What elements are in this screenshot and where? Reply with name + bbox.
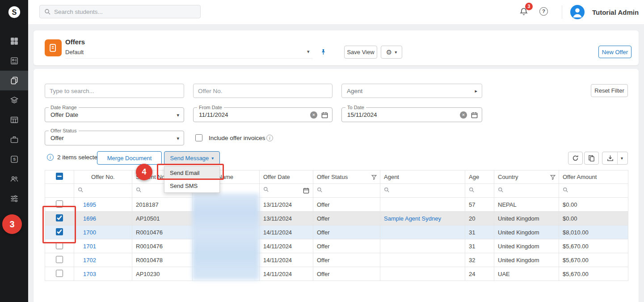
offer-no-link[interactable]: 1696 [83,215,96,222]
sidebar-item-agents[interactable] [0,169,28,189]
agent-cell [380,253,465,267]
calendar-icon[interactable] [303,187,309,195]
pin-view-button[interactable] [320,48,327,57]
student-name-blur-overlay [192,193,259,280]
app-logo[interactable]: S [0,0,28,24]
table-row[interactable]: 1703 AP10230 14/11/2024 Offer 24 UAE $5,… [45,267,628,281]
sidebar-item-invoices[interactable]: S [0,149,28,169]
filter-cell-offer-no[interactable] [74,184,132,198]
sidebar-item-offers[interactable] [0,71,28,90]
select-all-checkbox[interactable] [56,173,63,180]
sidebar-item-contacts[interactable] [0,51,28,71]
sidebar-item-tables[interactable] [0,110,28,130]
offer-no-link[interactable]: 1700 [83,229,96,236]
merge-document-button[interactable]: Merge Document [97,151,162,165]
column-header-offer-status[interactable]: Offer Status [313,170,380,184]
column-header-country[interactable]: Country [494,170,559,184]
topbar: 3 ? Tutorial Admin [28,0,644,24]
chevron-down-icon[interactable]: ▾ [177,112,179,118]
info-icon: i [266,135,273,141]
column-header-offer-amount[interactable]: Offer Amount [559,170,628,184]
export-button[interactable]: ▾ [602,152,628,165]
reset-filter-button[interactable]: Reset Filter [591,84,628,97]
offer-no-link[interactable]: 1695 [83,201,96,208]
column-header-age[interactable]: Age [465,170,494,184]
logo-icon: S [8,5,21,19]
offer-no-link[interactable]: 1701 [83,243,96,250]
filter-cell-agent[interactable] [380,184,465,198]
calendar-icon[interactable] [321,112,328,119]
row-checkbox[interactable] [56,270,63,277]
column-header-offer-no[interactable]: Offer No. [74,170,132,184]
offer-no-link[interactable]: 1703 [83,271,96,277]
user-name[interactable]: Tutorial Admin [592,9,639,16]
filter-cell-offer-status[interactable] [313,184,380,198]
filter-cell-offer-date[interactable] [260,184,313,198]
agent-dropdown[interactable]: Agent ▸ [341,84,482,98]
agent-cell [380,225,465,239]
to-date-field[interactable]: To Date 15/11/2024 ✕ [341,107,482,122]
offer-status-cell: Offer [313,267,380,281]
refresh-icon [572,155,579,162]
new-offer-button[interactable]: New Offer [598,46,631,58]
chevron-down-icon[interactable]: ▾ [177,136,179,141]
save-view-button[interactable]: Save View [344,46,377,59]
view-selector-value[interactable]: Default [65,49,84,55]
filter-cell-country[interactable] [494,184,559,198]
filter-cell-age[interactable] [465,184,494,198]
offer-status-cell: Offer [313,225,380,239]
copy-button[interactable] [584,152,599,165]
offer-date-cell: 13/11/2024 [260,212,313,225]
table-row[interactable]: 1700 R0010476 14/11/2024 Offer 31 United… [45,225,628,239]
search-input[interactable] [54,5,197,18]
view-settings-button[interactable]: ⚙ ▾ [381,46,402,59]
dashboard-icon [10,37,19,46]
annotation-rect-checkboxes [42,206,76,243]
user-avatar[interactable] [570,5,585,19]
from-date-field[interactable]: From Date 11/11/2024 ✕ [193,107,333,122]
filter-cell-offer-amount[interactable] [559,184,628,198]
view-selector-caret-icon[interactable]: ▾ [307,49,310,55]
table-row[interactable]: 1696 AP10501 13/11/2024 Offer Sample Age… [45,212,628,225]
country-cell: United Kingdom [494,253,559,267]
help-button[interactable]: ? [539,7,548,16]
offer-no-link[interactable]: 1702 [83,257,96,264]
refresh-button[interactable] [568,152,583,165]
clear-date-icon[interactable]: ✕ [310,111,317,119]
filter-funnel-icon[interactable] [371,174,377,181]
offer-status-select[interactable]: Offer Status Offer ▾ [45,131,184,145]
country-cell: United Kingdom [494,239,559,253]
filter-funnel-icon[interactable] [550,174,556,181]
offer-date-cell: 14/11/2024 [260,239,313,253]
country-cell: NEPAL [494,198,559,212]
sidebar-item-services[interactable] [0,130,28,149]
student-no-cell: R0010476 [132,225,193,239]
send-message-button[interactable]: Send Message ▾ [164,151,220,165]
country-cell: United Kingdom [494,225,559,239]
chevron-down-icon: ▾ [211,156,214,161]
offer-status-label: Offer Status [49,128,79,133]
annotation-step-4: 4 [136,164,152,180]
chevron-down-icon[interactable]: ▾ [621,156,623,161]
table-row[interactable]: 1701 R0010476 14/11/2024 Offer 31 United… [45,239,628,253]
sidebar-item-settings[interactable] [0,189,28,208]
agent-link[interactable]: Sample Agent Sydney [384,215,441,222]
type-to-search-input[interactable] [45,84,184,98]
age-cell: 31 [465,225,494,239]
svg-text:S: S [12,8,17,16]
date-range-select[interactable]: Date Range Offer Date ▾ [45,107,184,122]
offer-no-input[interactable] [193,84,333,98]
calendar-icon[interactable] [471,112,478,119]
table-row[interactable]: 1702 R0010478 14/11/2024 Offer 32 United… [45,253,628,267]
row-checkbox[interactable] [56,256,63,263]
sidebar-item-dashboard[interactable] [0,31,28,51]
clear-date-icon[interactable]: ✕ [460,111,467,119]
table-row[interactable]: 1695 2018187 13/11/2024 Offer 57 NEPAL $… [45,198,628,212]
column-header-offer-date[interactable]: Offer Date [260,170,313,184]
menu-item-send-sms[interactable]: Send SMS [164,179,219,192]
offer-amount-cell: $0.00 [559,212,628,225]
offer-status-cell: Offer [313,198,380,212]
column-header-agent[interactable]: Agent [380,170,465,184]
include-offer-invoices-checkbox[interactable] [195,134,202,141]
sidebar-item-education[interactable] [0,90,28,110]
